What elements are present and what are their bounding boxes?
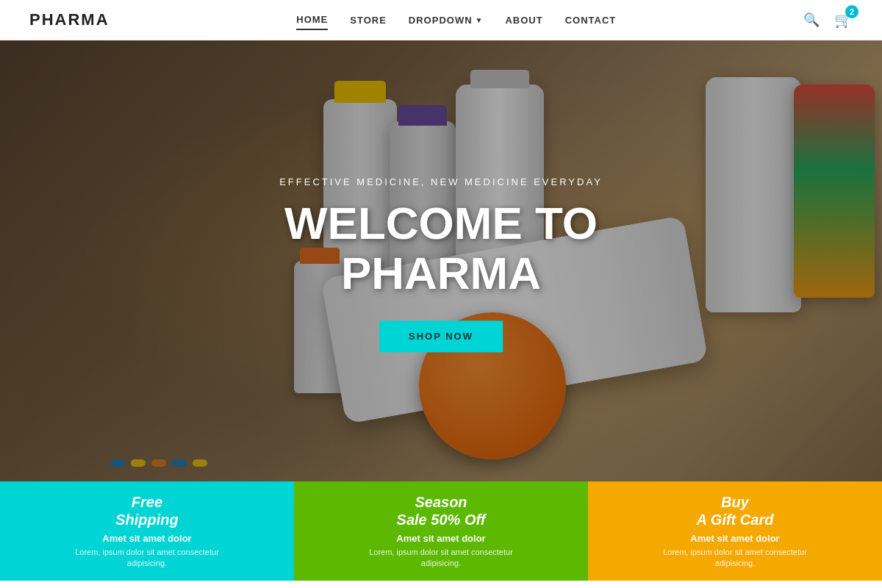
shop-now-button[interactable]: SHOP NOW bbox=[379, 321, 503, 353]
hero-subtitle: EFFECTIVE MEDICINE, NEW MEDICINE EVERYDA… bbox=[279, 176, 603, 187]
card-free-shipping-subtitle: Amet sit amet dolor bbox=[102, 533, 191, 544]
chevron-down-icon: ▼ bbox=[476, 16, 484, 24]
card-free-shipping-text: Lorem, ipsum dolor sit amet consectetura… bbox=[75, 547, 219, 570]
header: PHARMA HOME STORE DROPDOWN ▼ ABOUT CONTA… bbox=[0, 0, 882, 40]
card-season-sale[interactable]: SeasonSale 50% Off Amet sit amet dolor L… bbox=[294, 481, 588, 581]
card-free-shipping-title: FreeShipping bbox=[115, 493, 179, 528]
nav-item-about[interactable]: ABOUT bbox=[505, 11, 542, 29]
card-season-sale-subtitle: Amet sit amet dolor bbox=[396, 533, 485, 544]
card-season-sale-text: Lorem, ipsum dolor sit amet consectetura… bbox=[369, 547, 513, 570]
search-icon[interactable]: 🔍 bbox=[803, 12, 820, 28]
card-gift-card-text: Lorem, ipsum dolor sit amet consectetura… bbox=[663, 547, 807, 570]
header-icons: 🔍 🛒 2 bbox=[803, 11, 853, 29]
nav-item-store[interactable]: STORE bbox=[350, 11, 387, 29]
hero-title: WELCOME TO PHARMA bbox=[279, 198, 603, 298]
site-logo[interactable]: PHARMA bbox=[29, 10, 110, 29]
cart-icon[interactable]: 🛒 2 bbox=[834, 11, 853, 29]
nav-item-dropdown[interactable]: DROPDOWN ▼ bbox=[409, 11, 484, 29]
cards-section: FreeShipping Amet sit amet dolor Lorem, … bbox=[0, 481, 882, 581]
hero-section: EFFECTIVE MEDICINE, NEW MEDICINE EVERYDA… bbox=[0, 40, 882, 489]
card-gift-card[interactable]: BuyA Gift Card Amet sit amet dolor Lorem… bbox=[588, 481, 882, 581]
nav-item-home[interactable]: HOME bbox=[296, 10, 328, 30]
card-gift-card-title: BuyA Gift Card bbox=[697, 493, 774, 528]
card-gift-card-subtitle: Amet sit amet dolor bbox=[690, 533, 779, 544]
card-season-sale-title: SeasonSale 50% Off bbox=[397, 493, 486, 528]
card-free-shipping[interactable]: FreeShipping Amet sit amet dolor Lorem, … bbox=[0, 481, 294, 581]
cart-badge: 2 bbox=[845, 5, 858, 18]
hero-content: EFFECTIVE MEDICINE, NEW MEDICINE EVERYDA… bbox=[279, 176, 603, 352]
nav-item-contact[interactable]: CONTACT bbox=[565, 11, 617, 29]
main-nav: HOME STORE DROPDOWN ▼ ABOUT CONTACT bbox=[296, 10, 616, 30]
